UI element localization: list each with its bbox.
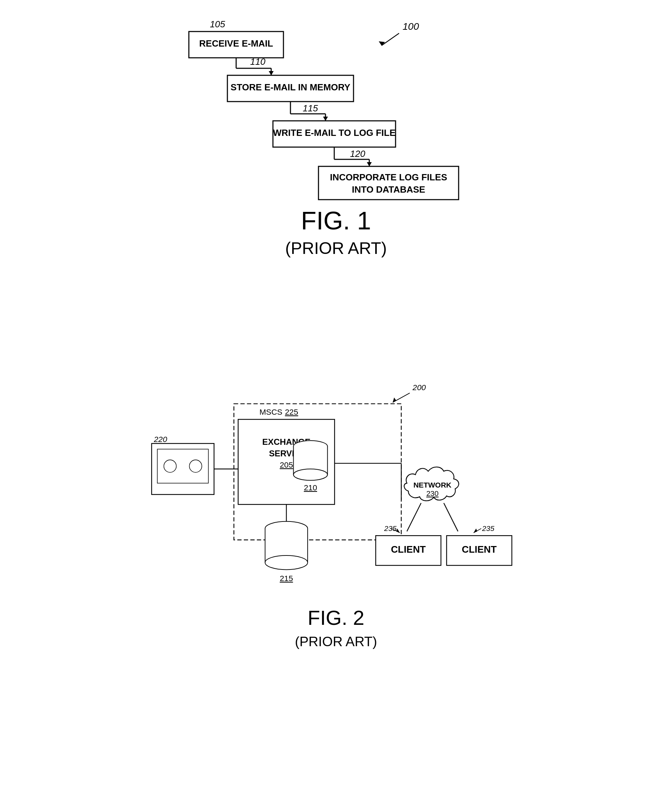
fig1-container: 100 105 RECEIVE E-MAIL 110 STORE E-MAIL … (21, 14, 651, 357)
receive-email-text: RECEIVE E-MAIL (199, 38, 273, 49)
svg-line-14 (393, 393, 410, 402)
db215-bottom (265, 556, 308, 569)
ref-210-label: 210 (304, 483, 317, 492)
ref-205-label: 205 (279, 460, 293, 469)
ref-220-label: 220 (154, 435, 167, 444)
ref-215-label: 215 (279, 574, 293, 583)
ref-105-label: 105 (210, 19, 225, 29)
fig2-number: FIG. 2 (308, 606, 364, 629)
fig1-number: FIG. 1 (301, 207, 371, 235)
network-label: NETWORK (413, 481, 451, 489)
client-label-2: CLIENT (462, 544, 497, 555)
ref-200-label: 200 (412, 383, 426, 392)
ref-235a-label: 235 (384, 524, 396, 533)
incorporate-text-line1: INCORPORATE LOG FILES (330, 172, 447, 182)
svg-marker-13 (367, 162, 372, 166)
svg-marker-9 (323, 117, 328, 121)
write-email-text: WRITE E-MAIL TO LOG FILE (273, 127, 396, 138)
ref-110-label: 110 (250, 57, 266, 67)
fig1-note: (PRIOR ART) (285, 239, 387, 257)
db210-bottom (294, 469, 328, 480)
ref-100-label: 100 (403, 21, 419, 32)
svg-marker-5 (269, 71, 274, 75)
fig2-svg: 200 MSCS 225 EXCHANGE SERVER 205 (91, 378, 581, 676)
ref-230-label: 230 (426, 489, 439, 497)
ref-225-label: 225 (285, 407, 298, 416)
mscs-label: MSCS (259, 407, 282, 416)
store-email-text: STORE E-MAIL IN MEMORY (231, 82, 350, 92)
line-network-to-client1 (407, 503, 421, 531)
client-label-1: CLIENT (391, 544, 426, 555)
fig2-diagram: 200 MSCS 225 EXCHANGE SERVER 205 (91, 378, 581, 676)
computer-220-screen (157, 449, 209, 483)
page: 100 105 RECEIVE E-MAIL 110 STORE E-MAIL … (0, 0, 672, 808)
svg-marker-19 (474, 529, 478, 533)
ref-115-label: 115 (303, 103, 318, 114)
fig1-diagram: 100 105 RECEIVE E-MAIL 110 STORE E-MAIL … (178, 14, 494, 259)
fig1-svg: 100 105 RECEIVE E-MAIL 110 STORE E-MAIL … (178, 14, 494, 259)
incorporate-text-line2: INTO DATABASE (352, 184, 425, 195)
ref-120-label: 120 (350, 149, 365, 159)
fig2-container: 200 MSCS 225 EXCHANGE SERVER 205 (21, 378, 651, 763)
svg-line-0 (381, 33, 399, 45)
line-network-to-client2 (444, 503, 458, 531)
ref-235b-label: 235 (482, 524, 494, 533)
fig2-note: (PRIOR ART) (295, 634, 377, 649)
